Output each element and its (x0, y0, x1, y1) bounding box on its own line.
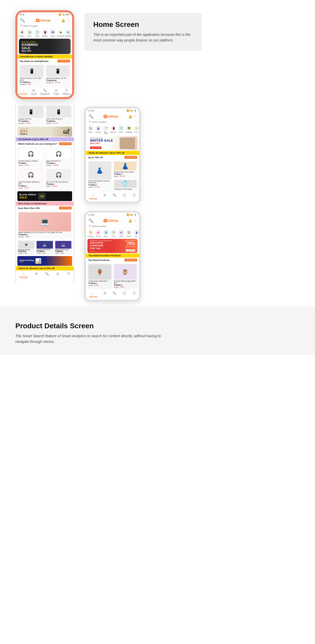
product-ipad[interactable]: 💻 Apple iPad Pro with... ₹ 35400.0 ₹3600… (54, 240, 72, 255)
samsung-name: Samsung Galaxy S21 5G (46, 77, 70, 79)
product-turtleneck[interactable]: 👕 Turtleneck Print Hoodl... (113, 179, 138, 191)
phone2-favorite[interactable]: ♡ (134, 115, 137, 118)
phone3-cat-decor[interactable]: 🖼 Decor (102, 230, 109, 237)
cat-watch[interactable]: ⌚ Watch (34, 29, 41, 37)
dm-sub: Expert (19, 261, 34, 263)
macbook-container: 💻 Apple MacBook Air (13.3-inch/33.78 cm,… (16, 210, 74, 239)
cat-home[interactable]: 🏠 Home... (26, 29, 33, 37)
favorite-icon[interactable]: ♡ (67, 19, 70, 22)
nav-menu[interactable]: ☰ Menu (63, 89, 70, 96)
nav-search-2[interactable]: 🔍 (45, 272, 49, 279)
phone3-furniture-shop-now[interactable]: SHOP NOW (125, 259, 137, 261)
phone2-styles-shop-now[interactable]: SHOP NOW (125, 156, 137, 159)
product-square-neck[interactable]: 👗 Square-Neck A-line Dres... ₹ 4599.0 ₹5… (113, 161, 138, 178)
earbuds-shop-now[interactable]: SHOP NOW (59, 142, 72, 145)
phone2-cat-veg[interactable]: 🥦 Vegetable (125, 125, 132, 134)
phone3-location-arrow: › (136, 225, 137, 227)
nav-home-2[interactable]: ⌂ Home (19, 272, 28, 279)
phone3-nav-cart[interactable]: 🛒 (123, 291, 127, 299)
search-icon[interactable]: 🔍 (20, 18, 25, 23)
product-oneplus-buds[interactable]: 🎧 OnePlus Buds Z (White) ₹ 2999.0 ₹3190 … (17, 147, 44, 167)
nav-grid[interactable]: ⊞ Grid (31, 89, 37, 96)
product-airpods[interactable]: 🎧 Apple AirPods Pro ₹ 21490.0 ₹24900 -13… (45, 147, 72, 167)
phone3-nav-search[interactable]: 🔍 (112, 291, 116, 299)
product-oneplus-wireless[interactable]: 🎧 OnePlus Bullets Wireless Z Bas... ₹ 19… (17, 168, 44, 190)
phone2-search-icon[interactable]: 🔍 (88, 114, 94, 119)
product-macbook[interactable]: 💻 Apple MacBook Air (13.3-inch/33.78 cm,… (17, 211, 72, 239)
cat-games[interactable]: 🎮 Games (49, 29, 56, 37)
phone2-cat-electronics[interactable]: 📱 Electroni... (110, 125, 117, 134)
phone-bottom-nav-2: ⌂ Home ⊞ 🔍 🛒 ☰ (16, 270, 74, 280)
phone2-nav-home[interactable]: ⌂ Home (89, 193, 97, 200)
iphone-price: ₹ 139900.0 (20, 81, 43, 83)
phone2-categories: 🏠 Home 👗 Fashion 🍼 Baby Care 📱 (86, 124, 139, 136)
cat-charger[interactable]: 🔌 CHARGER (57, 29, 64, 37)
earbuds-title: Which Earbuds are you looking for? (18, 143, 58, 145)
macbook-discount: -5.38% (25, 236, 30, 238)
phone3-cat-chair[interactable]: 🪑 Chair (110, 230, 117, 237)
product-huawei[interactable]: 📱 Huawei P50 Pro ₹ 141990.0 ₹141990 -2.5… (17, 105, 44, 125)
phone2-notification[interactable]: 🔔 (128, 115, 132, 118)
nav-menu-2[interactable]: ☰ (67, 272, 70, 279)
phone3-location[interactable]: 📍 Select a location › (86, 224, 139, 228)
product-iphone[interactable]: 📱 APPLE iPhone 13 Pro Max Gold ₹ 139900.… (19, 64, 44, 86)
oneplus-buds-img: 🎧 (18, 148, 43, 160)
cart-nav-icon: 🛒 (54, 89, 58, 92)
cat-computers[interactable]: 💻 Comput... (18, 29, 26, 37)
phone2-cat-drinks[interactable]: 🥤 Drinks (118, 125, 125, 134)
phone3-nav-grid[interactable]: ⊞ (104, 291, 106, 299)
nav-cart-2[interactable]: 🛒 (56, 272, 60, 279)
earbuds-subheader: Which Earbuds are you looking for? SHOP … (16, 141, 74, 146)
product-samsung[interactable]: 📱 Samsung Galaxy S21 5G ₹ 68248.95 ₹8818… (45, 64, 71, 86)
phone2-nav-search[interactable]: 🔍 (112, 193, 116, 200)
signal-display: 📶 🔋23% (59, 13, 70, 16)
product-surface[interactable]: 💻 Microsoft Surface... ₹ 43575.0 ₹44100 … (17, 240, 35, 255)
screen-icon: 🖥 (65, 29, 71, 35)
phone2-cat-baby[interactable]: 🍼 Baby Care (102, 125, 109, 134)
nav-grid-2[interactable]: ⊞ (35, 272, 38, 279)
phone2-cat-fashion[interactable]: 👗 Fashion (95, 125, 102, 134)
electronics-shop-now[interactable]: SHOP NOW (59, 207, 72, 209)
product-jbl[interactable]: 🎧 JBL C115 TWS by Harman... ₹ 3999.0 ₹89… (45, 168, 72, 190)
product-evil-eye[interactable]: 🦉 Evil Eye Wall Hanging With Owl ₹ 6900.… (113, 263, 138, 289)
nav-search[interactable]: 🔍 Search (40, 89, 50, 96)
furn-shop-btn[interactable]: SHOP NOW (126, 249, 135, 251)
product-asus[interactable]: 📱 ASUS ROG Phone 5 ₹ 49999.0 ₹56999 -12.… (45, 105, 72, 125)
phone3-favorite[interactable]: ♡ (134, 219, 137, 223)
location-bar[interactable]: 📍 Select a location › (17, 24, 72, 28)
furn-right: SALE UP TO 70% LIMITED OFFER SHOP NOW (125, 240, 135, 252)
cat-screen[interactable]: 🖥 SCREEN (64, 29, 72, 37)
phone3-cat-sofas[interactable]: 🛋 Sofas (118, 230, 125, 237)
nav-home[interactable]: ⌂ Home (19, 89, 27, 96)
phone2-nav-grid[interactable]: ⊞ (104, 193, 106, 200)
phone3-notification[interactable]: 🔔 (128, 219, 132, 223)
nav-cart[interactable]: 🛒 Cart (53, 89, 59, 96)
left-phone-col: 📱 Huawei P50 Pro ₹ 141990.0 ₹141990 -2.5… (15, 104, 74, 301)
phone3-search-icon[interactable]: 🔍 (88, 218, 94, 223)
product-wall-vases[interactable]: 🏺 2 wall vases, Wall decor ₹ 3290.0 ₹339… (87, 263, 112, 289)
phone2-nav-menu[interactable]: ☰ (133, 193, 136, 200)
cat-mobile[interactable]: 📱 MOBILE (41, 29, 49, 37)
oneplus-buds-old: ₹3190 (18, 164, 23, 166)
phone3-nav-home[interactable]: ⌂ Home (89, 291, 97, 299)
square-neck-old: ₹5699 (114, 175, 118, 177)
product-samsung-nb[interactable]: 💻 Samsung Notebook... ₹ 41500.0 ₹42000 -… (36, 240, 53, 255)
phone3-decor-label: Decor (104, 236, 108, 237)
phone3-cat-furniture[interactable]: 🪑 Furniture (87, 230, 94, 237)
smartphones-shop-now[interactable]: SHOP NOW (58, 60, 70, 62)
oneplus-buds-price: ₹ 2999.0 (18, 162, 43, 164)
phone3-cat-fas[interactable]: 👗 Fas... (133, 230, 139, 237)
phone2-nav-cart[interactable]: 🛒 (123, 193, 127, 200)
phone3-cat-couche[interactable]: 🛋 Couche (95, 230, 102, 237)
samsung-nb-price: ₹ 41500.0 (37, 250, 53, 252)
notification-icon[interactable]: 🔔 (61, 19, 65, 22)
phone2-cat-home[interactable]: 🏠 Home (87, 125, 94, 134)
phone2-location-text: 📍 Select a location (88, 121, 107, 123)
product-floral-dress[interactable]: 👗 Floral Print Button-Down A-line Dress.… (87, 161, 112, 191)
more-smartphones-grid: 📱 Huawei P50 Pro ₹ 141990.0 ₹141990 -2.5… (16, 104, 74, 126)
winter-shop-btn[interactable]: SHOP NOW (90, 146, 102, 149)
phone3-nav-menu[interactable]: ☰ (133, 291, 136, 299)
phone2-cat-groc[interactable]: 🛒 Groc... (133, 125, 139, 134)
phone2-location[interactable]: 📍 Select a location › (86, 120, 139, 124)
phone3-cat-home[interactable]: 🏠 Home (125, 230, 132, 237)
